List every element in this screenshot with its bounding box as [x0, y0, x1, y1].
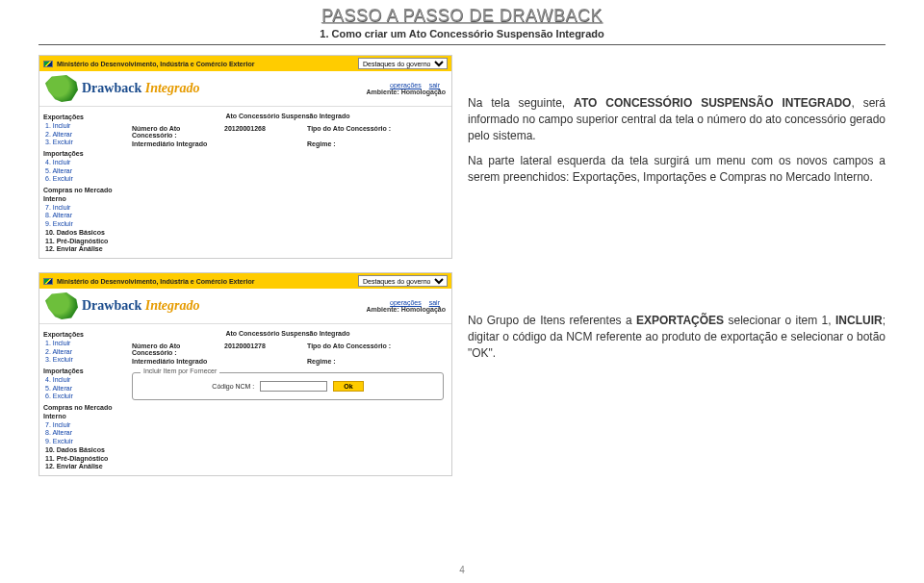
sidebar-item-incluir-1[interactable]: 1. Incluir: [45, 340, 120, 348]
app-logo: Drawback Integrado: [45, 292, 200, 319]
num-value: 20120001268: [224, 125, 301, 139]
sidebar-item-enviar[interactable]: 12. Enviar Análise: [45, 245, 120, 254]
tipo-label: Tipo do Ato Concessório :: [307, 125, 413, 139]
app-header: Drawback Integrado operações sair Ambien…: [39, 289, 451, 324]
content-row-1: Ministério do Desenvolvimento, Indústria…: [38, 55, 886, 259]
ncm-label: Código NCM :: [212, 383, 254, 390]
sidebar-item-alterar-8[interactable]: 8. Alterar: [45, 212, 120, 220]
sidebar-item-incluir-4[interactable]: 4. Incluir: [45, 159, 120, 167]
num-label: Número do Ato Concessório :: [132, 125, 218, 139]
gov-dropdown[interactable]: Destaques do governo: [358, 275, 448, 287]
sidebar-item-excluir-6[interactable]: 6. Excluir: [45, 175, 120, 184]
sidebar-item-alterar-8[interactable]: 8. Alterar: [45, 429, 120, 438]
sidebar-group-import: Importações: [43, 150, 120, 159]
sidebar-item-incluir-4[interactable]: 4. Incluir: [45, 376, 120, 385]
sidebar-item-alterar-2[interactable]: 2. Alterar: [45, 131, 120, 139]
header-rule: [38, 44, 886, 45]
sidebar-item-dados[interactable]: 10. Dados Básicos: [45, 229, 120, 238]
sidebar-item-excluir-3[interactable]: 3. Excluir: [45, 139, 120, 147]
sidebar: Exportações 1. Incluir 2. Alterar 3. Exc…: [39, 107, 124, 258]
ok-button[interactable]: Ok: [333, 381, 363, 392]
app-screenshot-2: Ministério do Desenvolvimento, Indústria…: [38, 272, 452, 476]
sidebar-item-incluir-7[interactable]: 7. Incluir: [45, 421, 120, 430]
sidebar-item-excluir-9[interactable]: 9. Excluir: [45, 220, 120, 229]
page-header: PASSO A PASSO DE DRAWBACK 1. Como criar …: [0, 0, 924, 41]
form-title: Ato Concessório Suspensão Integrado: [132, 113, 444, 119]
regime-label: Regime :: [307, 140, 413, 147]
sidebar-item-excluir-9[interactable]: 9. Excluir: [45, 438, 120, 446]
sidebar-item-excluir-3[interactable]: 3. Excluir: [45, 356, 120, 365]
app-name-b: Integrado: [145, 81, 200, 95]
sidebar-item-prediag[interactable]: 11. Pré-Diagnóstico: [45, 238, 120, 246]
sidebar-group-compras: Compras no Mercado Interno: [43, 187, 120, 204]
interm-label: Intermediário Integrado: [132, 140, 218, 147]
gov-bar: Ministério do Desenvolvimento, Indústria…: [39, 273, 451, 289]
page-subtitle: 1. Como criar um Ato Concessório Suspens…: [0, 28, 924, 39]
link-operacoes[interactable]: operações: [390, 82, 422, 89]
app-body: Exportações 1. Incluir 2. Alterar 3. Exc…: [39, 107, 451, 258]
link-operacoes[interactable]: operações: [390, 299, 422, 306]
app-screenshot-1: Ministério do Desenvolvimento, Indústria…: [38, 55, 452, 259]
brazil-map-icon: [45, 75, 78, 102]
main-panel: Ato Concessório Suspensão Integrado Núme…: [124, 107, 451, 258]
content-row-2: Ministério do Desenvolvimento, Indústria…: [38, 272, 886, 476]
gov-bar: Ministério do Desenvolvimento, Indústria…: [39, 56, 451, 71]
brazil-map-icon: [45, 292, 78, 319]
page-title: PASSO A PASSO DE DRAWBACK: [0, 6, 924, 26]
ministry-label: Ministério do Desenvolvimento, Indústria…: [57, 61, 254, 67]
brazil-flag-icon: [43, 61, 53, 67]
app-logo: Drawback Integrado: [45, 75, 200, 102]
sidebar-item-excluir-6[interactable]: 6. Excluir: [45, 393, 120, 401]
app-body: Exportações 1. Incluir 2. Alterar 3. Exc…: [39, 324, 451, 475]
sidebar-item-alterar-2[interactable]: 2. Alterar: [45, 348, 120, 357]
main-panel: Ato Concessório Suspensão Integrado Núme…: [124, 324, 451, 475]
sidebar-item-incluir-7[interactable]: 7. Incluir: [45, 204, 120, 213]
gov-dropdown[interactable]: Destaques do governo: [358, 58, 448, 69]
sidebar-item-alterar-5[interactable]: 5. Alterar: [45, 167, 120, 176]
app-header: Drawback Integrado operações sair Ambien…: [39, 71, 451, 107]
sidebar-group-export: Exportações: [43, 114, 120, 122]
description-1: Na tela seguinte, ATO CONCESSÓRIO SUSPEN…: [468, 55, 886, 195]
sidebar-item-incluir-1[interactable]: 1. Incluir: [45, 122, 120, 131]
brazil-flag-icon: [43, 278, 53, 285]
ministry-label: Ministério do Desenvolvimento, Indústria…: [57, 278, 254, 285]
env-label: Ambiente: Homologação: [367, 89, 446, 95]
fieldset-legend: Incluir Item por Fornecer: [141, 368, 219, 374]
ncm-input[interactable]: [260, 381, 327, 392]
sidebar: Exportações 1. Incluir 2. Alterar 3. Exc…: [39, 324, 124, 475]
description-2: No Grupo de Itens referentes a EXPORTAÇÕ…: [468, 272, 886, 370]
page-number: 4: [459, 565, 465, 575]
sidebar-item-alterar-5[interactable]: 5. Alterar: [45, 385, 120, 393]
link-sair[interactable]: sair: [429, 82, 440, 89]
app-name-a: Drawback: [82, 81, 141, 95]
fieldset-incluir: Incluir Item por Fornecer Código NCM : O…: [132, 372, 444, 400]
link-sair[interactable]: sair: [429, 299, 440, 306]
